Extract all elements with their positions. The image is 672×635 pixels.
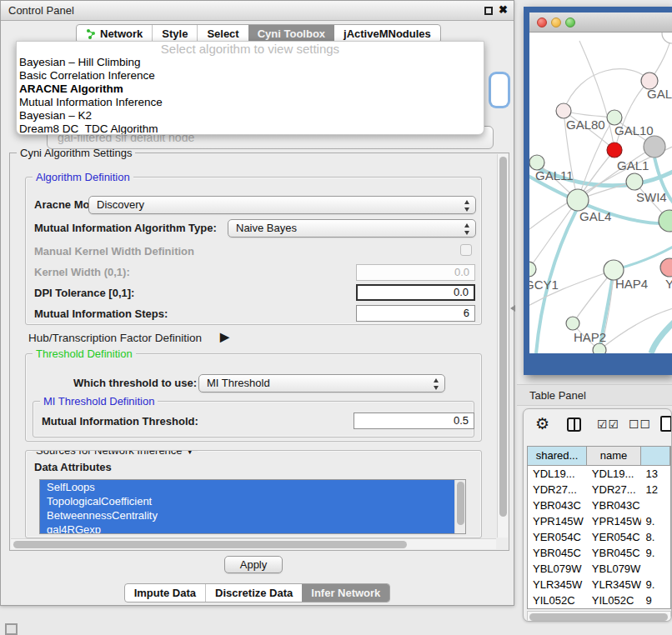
table-row[interactable]: YBR043C YBR043C (528, 498, 670, 513)
table-row[interactable]: YBR045C YBR045C 9. (528, 545, 670, 561)
dropdown-item[interactable]: Dream8 DC_TDC Algorithm (17, 122, 484, 135)
node-gray[interactable] (644, 136, 665, 158)
cell[interactable]: YER054C (587, 529, 641, 545)
dpi-tolerance-field[interactable]: 0.0 (356, 284, 475, 301)
cell[interactable]: YDL19... (587, 466, 641, 482)
mi-type-combobox[interactable]: Naive Bayes (228, 219, 476, 238)
cell[interactable]: 9. (641, 513, 670, 529)
zoom-traffic-light-icon[interactable] (565, 18, 575, 28)
column-header-partial[interactable] (641, 447, 670, 465)
column-manager-icon[interactable] (567, 418, 581, 432)
attribute-item[interactable]: SelfLoops (40, 480, 465, 494)
cell[interactable]: YIL052C (587, 592, 641, 608)
tab-jactivemnodules[interactable]: jActiveMNodules (334, 25, 440, 42)
network-window-titlebar[interactable] (529, 12, 672, 32)
close-icon[interactable]: ✖ (499, 3, 508, 16)
dropdown-item[interactable]: Basic Correlation Inference (17, 69, 484, 82)
table-row[interactable]: YLR345W YLR345W 9. (528, 577, 670, 592)
dropdown-item-selected[interactable]: ARACNE Algorithm (17, 82, 484, 96)
mi-steps-field[interactable]: 6 (356, 305, 475, 322)
divider-collapse-icon[interactable] (510, 305, 515, 312)
node-gal1[interactable] (626, 173, 643, 190)
node-gal4[interactable] (567, 189, 589, 211)
column-header-name[interactable]: name (587, 447, 641, 465)
network-canvas[interactable]: GAL GAL80 GAL10 GAL1 GAL11 SWI4 GAL4 GCY… (529, 32, 672, 353)
new-file-icon[interactable] (660, 416, 672, 432)
data-attributes-list[interactable]: SelfLoops TopologicalCoefficient Between… (39, 479, 466, 534)
cell[interactable]: YBL079W (587, 561, 641, 577)
node-bottom[interactable] (593, 343, 606, 353)
table-row[interactable]: YER054C YER054C 8. (528, 529, 670, 545)
hub-expand-arrow-icon[interactable]: ▶ (220, 330, 229, 343)
float-window-icon[interactable] (484, 7, 493, 15)
cell[interactable]: YLR345W (528, 577, 587, 592)
cell[interactable]: YBR043C (528, 498, 587, 513)
node-swi4[interactable] (659, 210, 672, 232)
node-unlabeled[interactable] (662, 32, 672, 43)
close-traffic-light-icon[interactable] (537, 18, 547, 28)
cell[interactable]: 9. (641, 545, 670, 561)
manual-kernel-checkbox[interactable] (460, 244, 472, 256)
table-row[interactable]: YIL052C YIL052C 9 (528, 592, 670, 608)
table-row[interactable]: YDR27... YDR27... 12 (528, 482, 670, 498)
cell[interactable]: YBR045C (587, 545, 641, 561)
tab-select[interactable]: Select (197, 25, 248, 42)
gear-icon[interactable]: ⚙ (535, 414, 549, 433)
scrollbar-thumb[interactable] (499, 157, 507, 517)
cell[interactable] (641, 498, 670, 513)
dropdown-item[interactable]: Bayesian – K2 (17, 109, 484, 122)
which-threshold-combobox[interactable]: MI Threshold (198, 374, 445, 392)
kernel-width-field[interactable]: 0.0 (356, 264, 475, 281)
column-header-shared-name[interactable]: shared... (528, 447, 587, 465)
minimize-traffic-light-icon[interactable] (551, 18, 561, 28)
table-row[interactable]: YDL19... YDL19... 13 (528, 466, 670, 482)
cell[interactable]: YPR145W (528, 513, 587, 529)
cell[interactable]: YBR045C (528, 545, 587, 561)
scrollbar-thumb[interactable] (529, 613, 668, 621)
dropdown-item[interactable]: Bayesian – Hill Climbing (17, 56, 484, 69)
node-gal80[interactable] (556, 103, 571, 118)
tab-impute-data[interactable]: Impute Data (125, 584, 205, 602)
cell[interactable]: YBL079W (528, 561, 587, 577)
deselect-all-columns-icon[interactable]: ☐☐ (629, 418, 651, 431)
cell[interactable]: YER054C (528, 529, 587, 545)
collapsed-panel-icon[interactable] (5, 623, 18, 635)
select-all-columns-icon[interactable]: ☑☑ (597, 418, 619, 431)
cell[interactable]: YPR145W (587, 513, 641, 529)
tab-cyni-toolbox[interactable]: Cyni Toolbox (248, 25, 334, 42)
table-horizontal-scrollbar[interactable] (527, 611, 671, 622)
obscured-focused-combobox[interactable] (491, 74, 508, 106)
apply-button[interactable]: Apply (224, 556, 283, 573)
scrollbar-thumb[interactable] (13, 541, 407, 548)
aracne-mode-combobox[interactable]: Discovery (88, 196, 476, 214)
cell[interactable]: YIL052C (528, 592, 587, 608)
tab-style[interactable]: Style (152, 25, 197, 42)
node-salmon[interactable] (660, 258, 672, 277)
node-selected-red[interactable] (607, 142, 622, 158)
table-row[interactable]: YBL079W YBL079W (528, 561, 670, 577)
attribute-item[interactable]: gal4RGexp (40, 522, 465, 534)
tab-network[interactable]: Network (77, 25, 152, 42)
attribute-item[interactable]: BetweennessCentrality (40, 508, 465, 522)
mi-threshold-field[interactable]: 0.5 (354, 412, 474, 429)
node-gcy1[interactable] (529, 262, 536, 277)
cell[interactable]: 8. (641, 529, 670, 545)
settings-horizontal-scrollbar[interactable] (11, 538, 496, 549)
table-row[interactable]: YPR145W YPR145W 9. (528, 513, 670, 529)
attribute-item[interactable]: TopologicalCoefficient (40, 494, 465, 508)
settings-vertical-scrollbar[interactable] (497, 154, 508, 538)
node-hap2[interactable] (566, 317, 579, 330)
attribute-list-scrollbar[interactable] (454, 480, 465, 534)
cell[interactable]: 9. (641, 577, 670, 592)
scrollbar-thumb[interactable] (457, 482, 464, 525)
cell[interactable]: YDL19... (528, 466, 587, 482)
hub-definition-label[interactable]: Hub/Transcription Factor Definition (28, 332, 202, 344)
cell[interactable]: 12 (641, 482, 670, 498)
cell[interactable]: YDR27... (528, 482, 587, 498)
sources-collapse-arrow-icon[interactable]: ▼ (185, 450, 194, 456)
cell[interactable] (641, 561, 670, 577)
cell[interactable]: 13 (641, 466, 670, 482)
dropdown-item[interactable]: Mutual Information Inference (17, 96, 484, 109)
tab-discretize-data[interactable]: Discretize Data (205, 584, 302, 602)
cell[interactable]: YLR345W (587, 577, 641, 592)
